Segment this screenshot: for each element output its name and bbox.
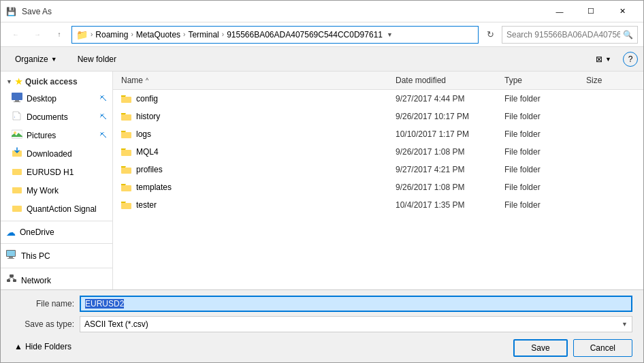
refresh-button[interactable]: ↻: [481, 26, 499, 44]
hide-folders-button[interactable]: ▲ Hide Folders: [12, 341, 74, 353]
save-button[interactable]: Save: [513, 339, 567, 357]
sidebar-item-pictures[interactable]: Pictures ⛏: [1, 126, 112, 144]
minimize-button[interactable]: —: [544, 1, 575, 22]
table-row[interactable]: config 9/27/2017 4:44 PM File folder: [113, 90, 643, 108]
breadcrumb-metaquotes[interactable]: MetaQuotes: [136, 30, 180, 40]
file-size-cell: [583, 97, 638, 100]
sidebar-divider-2: [1, 243, 112, 244]
close-button[interactable]: ✕: [607, 1, 638, 22]
svg-rect-13: [12, 206, 16, 208]
pictures-pin-icon: ⛏: [100, 131, 107, 139]
organize-button[interactable]: Organize ▼: [6, 50, 66, 69]
column-name-header[interactable]: Name ^: [118, 74, 393, 86]
file-date-cell: 9/27/2017 4:44 PM: [393, 93, 502, 105]
column-date-header[interactable]: Date modified: [393, 74, 502, 86]
search-box[interactable]: 🔍: [502, 26, 638, 44]
file-name: history: [136, 112, 160, 121]
sidebar-item-onedrive[interactable]: ☁ OneDrive: [1, 224, 112, 240]
documents-pin-icon: ⛏: [100, 113, 107, 121]
quick-access-star-icon: ★: [15, 77, 22, 86]
sidebar-item-network[interactable]: Network: [1, 271, 112, 289]
file-date-cell: 9/27/2017 4:21 PM: [393, 163, 502, 176]
eurusd-icon: [12, 165, 22, 178]
table-row[interactable]: tester 10/4/2017 1:35 PM File folder: [113, 196, 643, 214]
table-row[interactable]: templates 9/26/2017 1:08 PM File folder: [113, 178, 643, 196]
svg-rect-15: [7, 251, 15, 256]
table-row[interactable]: profiles 9/27/2017 4:21 PM File folder: [113, 161, 643, 178]
footer-row: ▲ Hide Folders Save Cancel: [12, 336, 632, 357]
svg-rect-1: [15, 100, 19, 101]
network-icon: [6, 274, 17, 287]
column-type-header[interactable]: Type: [502, 74, 583, 86]
address-bar: ← → ↑ 📁 › Roaming › MetaQuotes › Termina…: [1, 22, 643, 47]
breadcrumb-hash[interactable]: 915566BA06ADA407569C544CC0D97611: [227, 30, 383, 40]
svg-rect-11: [12, 187, 16, 189]
file-list-header: Name ^ Date modified Type Size: [113, 72, 643, 90]
cancel-label: Cancel: [590, 343, 615, 353]
search-input[interactable]: [506, 30, 620, 40]
my-work-icon: [12, 184, 22, 197]
svg-line-22: [12, 277, 15, 279]
svg-rect-18: [10, 274, 14, 277]
filename-input[interactable]: [80, 296, 632, 312]
svg-rect-30: [121, 150, 125, 152]
new-folder-label: New folder: [78, 54, 116, 64]
sidebar-divider-1: [1, 221, 112, 221]
search-icon: 🔍: [623, 30, 633, 40]
breadcrumb-roaming[interactable]: Roaming: [95, 30, 128, 40]
savetype-select[interactable]: ASCII Text (*.csv) ▼: [80, 316, 632, 332]
file-type-cell: File folder: [502, 93, 583, 105]
sidebar-item-eurusd-h1[interactable]: EURUSD H1: [1, 163, 112, 181]
file-rows-container: config 9/27/2017 4:44 PM File folder his…: [113, 90, 643, 214]
downloaded-icon: [12, 147, 22, 160]
svg-rect-24: [121, 97, 125, 99]
breadcrumb-sep-3: ›: [183, 31, 185, 38]
file-type-cell: File folder: [502, 146, 583, 158]
sidebar-item-quantaction[interactable]: QuantAction Signal: [1, 200, 112, 218]
maximize-button[interactable]: ☐: [575, 1, 607, 22]
action-buttons: Save Cancel: [513, 336, 632, 357]
sidebar-section-quick-access: ▼ ★ Quick access Desktop ⛏: [1, 74, 112, 218]
view-button[interactable]: ⊠ ▼: [587, 50, 620, 69]
back-button[interactable]: ←: [6, 25, 25, 44]
file-name: logs: [136, 129, 151, 139]
svg-rect-28: [121, 132, 125, 134]
file-size-cell: [583, 133, 638, 136]
file-name-cell: config: [118, 92, 393, 106]
up-button[interactable]: ↑: [50, 25, 69, 44]
table-row[interactable]: history 9/26/2017 10:17 PM File folder: [113, 108, 643, 125]
save-as-dialog: 💾 Save As — ☐ ✕ ← → ↑ 📁 › Roaming › Meta…: [0, 0, 644, 363]
help-button[interactable]: ?: [623, 52, 638, 67]
sidebar-item-documents[interactable]: ↓ Documents ⛏: [1, 108, 112, 126]
column-size-header[interactable]: Size: [583, 74, 638, 86]
sidebar-item-thispc[interactable]: This PC: [1, 247, 112, 265]
savetype-label: Save as type:: [12, 319, 80, 329]
toolbar: Organize ▼ New folder ⊠ ▼ ?: [1, 47, 643, 72]
breadcrumb-bar[interactable]: 📁 › Roaming › MetaQuotes › Terminal › 91…: [71, 26, 479, 44]
svg-rect-36: [121, 203, 125, 205]
cancel-button[interactable]: Cancel: [573, 339, 632, 357]
breadcrumb-dropdown-icon[interactable]: ▼: [387, 31, 393, 38]
sidebar-item-desktop[interactable]: Desktop ⛏: [1, 89, 112, 108]
savetype-row: Save as type: ASCII Text (*.csv) ▼: [12, 316, 632, 332]
breadcrumb-terminal[interactable]: Terminal: [188, 30, 219, 40]
hide-folders-label: Hide Folders: [25, 342, 71, 351]
save-label: Save: [531, 343, 549, 353]
file-type-cell: File folder: [502, 181, 583, 193]
up-icon: ↑: [58, 31, 61, 38]
new-folder-button[interactable]: New folder: [69, 50, 125, 69]
svg-rect-34: [121, 185, 125, 187]
file-type-cell: File folder: [502, 199, 583, 211]
table-row[interactable]: logs 10/10/2017 1:17 PM File folder: [113, 125, 643, 143]
file-name-cell: templates: [118, 180, 393, 194]
sidebar-quick-access-header[interactable]: ▼ ★ Quick access: [1, 74, 112, 89]
file-size-cell: [583, 204, 638, 206]
sidebar-item-downloaded[interactable]: Downloaded: [1, 144, 112, 163]
sidebar: ▼ ★ Quick access Desktop ⛏: [1, 72, 113, 289]
folder-icon: [121, 200, 132, 210]
sidebar-onedrive-label: OneDrive: [20, 227, 54, 237]
forward-button[interactable]: →: [28, 25, 47, 44]
file-type-cell: File folder: [502, 163, 583, 176]
table-row[interactable]: MQL4 9/26/2017 1:08 PM File folder: [113, 143, 643, 161]
sidebar-item-my-work[interactable]: My Work: [1, 181, 112, 200]
